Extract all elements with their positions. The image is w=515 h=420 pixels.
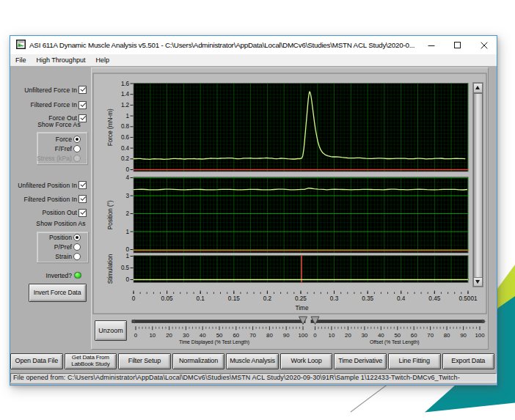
y-tick-label-position: 1 xyxy=(126,229,130,235)
minimize-button[interactable] xyxy=(419,36,445,54)
slider-tick-label: 20 xyxy=(345,332,351,339)
radio-label: Strain xyxy=(55,253,72,260)
get-data-from-labbook-study-button[interactable]: Get Data From LabBook Study xyxy=(65,353,117,370)
y-tick-label-force: 1.6 xyxy=(121,81,130,87)
status-bar: File opened from: C:\Users\Administrator… xyxy=(10,373,497,383)
radio-row: Force xyxy=(10,136,82,143)
y-tick-label-force: 1 xyxy=(126,113,130,119)
y-tick-label-force: 0.4 xyxy=(121,145,130,152)
checkbox-row: Unfiltered Position In xyxy=(10,181,87,189)
y-tick-label-position: 4 xyxy=(126,174,130,181)
x-tick-label: 0.2 xyxy=(263,295,272,302)
checkbox-label: Unfiltered Position In xyxy=(18,182,77,189)
radio-row: Strain xyxy=(10,253,82,260)
slider-tick-label: 90 xyxy=(460,332,467,339)
muscle-analysis-button[interactable]: Muscle Analysis xyxy=(226,353,279,370)
menu-item-high-throughput[interactable]: High Throughput xyxy=(32,54,91,66)
scroll-down-icon xyxy=(475,280,480,284)
app-icon xyxy=(16,40,26,49)
line-fitting-button[interactable]: Line Fitting xyxy=(388,353,441,370)
normalization-button[interactable]: Normalization xyxy=(172,353,225,370)
x-tick-label: 0.15 xyxy=(228,295,240,302)
radio-p-pref[interactable] xyxy=(73,243,81,251)
x-tick-label: 0.25 xyxy=(295,295,307,302)
radio-row: F/Fref xyxy=(10,145,82,152)
checkbox-label: Filtered Position In xyxy=(24,196,77,203)
slider-tick-label: 100 xyxy=(475,332,485,339)
slider-track-1[interactable] xyxy=(311,320,484,323)
scrollbar-thumb[interactable] xyxy=(473,93,483,279)
checkbox-unfiltered-force-in[interactable] xyxy=(78,86,87,94)
slider-tick-label: 90 xyxy=(283,332,290,339)
scrollbar-up-button[interactable] xyxy=(473,83,483,93)
y-tick-label-position: 2 xyxy=(126,210,130,217)
slider-ticks-major-0 xyxy=(136,326,303,330)
y-ticks-stimulation xyxy=(131,257,134,280)
y-tick-label-force: 0.2 xyxy=(121,155,130,162)
close-icon xyxy=(481,42,488,49)
y-tick-label-stimulation: 0 xyxy=(126,276,130,283)
x-tick-label: 0.35 xyxy=(362,295,373,302)
radio-row: P/Pref xyxy=(10,243,82,251)
slider-tick-label: 40 xyxy=(378,332,384,339)
radio-position[interactable] xyxy=(73,234,81,241)
slider-title-0: Time Displayed (% Test Length) xyxy=(179,339,249,345)
slider-tick-label: 20 xyxy=(166,332,172,339)
invert-force-data-button[interactable]: Invert Force Data xyxy=(29,284,87,302)
radio-strain[interactable] xyxy=(73,253,81,260)
slider-tick-label: 10 xyxy=(329,332,335,339)
x-tick-label: 0.05 xyxy=(161,295,173,302)
x-tick-label: 0.3 xyxy=(330,295,339,302)
slider-tick-label: 0 xyxy=(134,332,138,339)
radio-row: Stress (kPa) xyxy=(10,155,82,162)
checkbox-position-out[interactable] xyxy=(78,209,87,217)
slider-track-0[interactable] xyxy=(132,320,305,323)
app-window: ASI 611A Dynamic Muscle Analysis v5.501 … xyxy=(10,35,497,386)
vertical-scrollbar[interactable] xyxy=(472,82,483,287)
time-derivative-button[interactable]: Time Derivative xyxy=(334,353,387,370)
checkbox-label: Unfiltered Force In xyxy=(24,86,77,94)
minimize-icon xyxy=(428,42,435,49)
slider-track-highlight-0 xyxy=(132,323,305,324)
checkbox-row: Filtered Position In xyxy=(10,195,87,203)
checkbox-filtered-force-in[interactable] xyxy=(78,101,87,109)
x-ticks-major xyxy=(134,291,468,294)
unzoom-button[interactable]: Unzoom xyxy=(95,320,127,341)
radio-label: Stress (kPa) xyxy=(37,155,72,162)
work-loop-button[interactable]: Work Loop xyxy=(280,353,333,370)
checkbox-label: Position Out xyxy=(42,209,77,216)
maximize-button[interactable] xyxy=(445,36,471,54)
radio-f-fref[interactable] xyxy=(73,145,81,152)
left-control-panel: Unfiltered Force InFiltered Force InForc… xyxy=(10,66,91,385)
checkbox-filtered-position-in[interactable] xyxy=(78,195,87,203)
x-tick-label: 0 xyxy=(132,295,136,302)
checkbox-row: Position Out xyxy=(10,209,87,217)
filter-setup-button[interactable]: Filter Setup xyxy=(118,353,171,370)
y-tick-label-stimulation: 0.5 xyxy=(121,265,130,271)
scroll-up-icon xyxy=(475,86,480,89)
y-tick-label-force: 0.6 xyxy=(121,134,130,141)
x-tick-label: 0.1 xyxy=(196,295,205,302)
y-axis-label-position: Position (°) xyxy=(107,200,114,229)
menu-item-file[interactable]: File xyxy=(10,54,32,66)
slider-tick-label: 80 xyxy=(266,332,273,339)
radio-stress-kpa-[interactable] xyxy=(73,155,81,162)
open-data-file-button[interactable]: Open Data File xyxy=(10,353,63,370)
export-data-button[interactable]: Export Data xyxy=(442,353,495,370)
y-tick-label-position: 0 xyxy=(126,246,130,253)
slider-tick-label: 70 xyxy=(249,332,256,339)
scrollbar-down-button[interactable] xyxy=(473,277,483,287)
slider-track-highlight-1 xyxy=(311,323,484,324)
slider-tick-label: 50 xyxy=(394,332,401,339)
slider-tick-label: 60 xyxy=(233,332,239,339)
radio-label: P/Pref xyxy=(54,243,72,251)
radio-force[interactable] xyxy=(73,136,81,143)
slider-tick-label: 60 xyxy=(411,332,417,339)
checkbox-label: Filtered Force In xyxy=(30,101,77,108)
menu-item-help[interactable]: Help xyxy=(90,54,114,66)
y-axis-label-stimulation: Stimulation xyxy=(107,254,114,284)
close-button[interactable] xyxy=(472,36,497,54)
checkbox-unfiltered-position-in[interactable] xyxy=(78,181,87,189)
title-bar: ASI 611A Dynamic Muscle Analysis v5.501 … xyxy=(10,36,497,54)
radio-row: Position xyxy=(10,234,82,241)
